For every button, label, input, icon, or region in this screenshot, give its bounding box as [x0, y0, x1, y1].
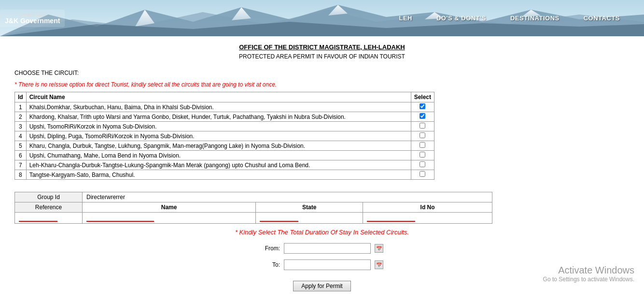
to-input[interactable] [284, 259, 371, 270]
circuit-name: Tangtse-Kargyam-Sato, Barma, Chushul. [26, 170, 411, 180]
table-row: 2Khardong, Khalsar, Trith upto Warsi and… [15, 112, 434, 122]
office-title: OFFICE OF THE DISTRICT MAGISTRATE, LEH-L… [14, 43, 630, 51]
warning-text: * There is no reissue option for direct … [14, 81, 630, 88]
circuit-checkbox[interactable] [420, 123, 425, 129]
circuit-select-cell[interactable] [411, 131, 434, 141]
col-id-no-label: Id No [363, 202, 492, 213]
group-table: Group Id Directerwrerrer Reference Name … [14, 192, 492, 224]
table-row: 4Upshi, Dipling, Puga, TsomoRiRi/Korzok … [15, 131, 434, 141]
col-header-circuit-name: Circuit Name [26, 92, 411, 102]
circuit-checkbox[interactable] [420, 161, 425, 167]
circuit-name: Khalsi,Domkhar, Skurbuchan, Hanu, Baima,… [26, 102, 411, 112]
circuit-checkbox[interactable] [420, 152, 425, 158]
circuit-id: 8 [15, 170, 27, 180]
header-nav: LEH DO'S & DONT'S DESTINATIONS CONTACTS [399, 14, 620, 22]
activate-windows-subtitle: Go to Settings to activate Windows. [543, 276, 634, 283]
from-calendar-icon[interactable]: 📅 [375, 244, 383, 253]
activate-windows-watermark: Activate Windows Go to Settings to activ… [543, 265, 634, 283]
duration-section: * Kindly Select The Total Duration Of St… [14, 229, 630, 291]
circuit-select-cell[interactable] [411, 170, 434, 180]
nav-dos[interactable]: DO'S & DONT'S [436, 14, 486, 22]
logo-main: J&K Government [5, 17, 60, 25]
circuit-select-cell[interactable] [411, 141, 434, 151]
col-header-select: Select [411, 92, 434, 102]
circuit-checkbox[interactable] [420, 113, 425, 119]
table-row: 5Kharu, Changla, Durbuk, Tangtse, Lukhun… [15, 141, 434, 151]
circuit-id: 2 [15, 112, 27, 122]
duration-title: * Kindly Select The Total Duration Of St… [14, 229, 630, 236]
circuit-select-cell[interactable] [411, 112, 434, 122]
main-content: OFFICE OF THE DISTRICT MAGISTRATE, LEH-L… [0, 36, 644, 302]
col-state-label: State [256, 202, 363, 213]
logo: LAHDC LEH J&K Government [0, 10, 65, 27]
reference-label: Reference [15, 202, 83, 213]
circuit-checkbox[interactable] [420, 142, 425, 148]
table-row: 7Leh-Kharu-Changla-Durbuk-Tangtse-Lukung… [15, 160, 434, 170]
circuit-select-cell[interactable] [411, 102, 434, 112]
circuit-name: Upshi, TsomoRiRi/Korzok in Nyoma Sub-Div… [26, 122, 411, 131]
person-name [83, 213, 256, 224]
choose-circuit-label: CHOOSE THE CIRCUIT: [14, 70, 630, 76]
circuit-table: Id Circuit Name Select 1Khalsi,Domkhar, … [14, 92, 434, 180]
nav-destinations[interactable]: DESTINATIONS [510, 14, 560, 22]
activate-windows-title: Activate Windows [543, 265, 634, 276]
from-input[interactable] [284, 243, 371, 254]
person-ref [15, 213, 83, 224]
from-row: From: 📅 [14, 243, 630, 254]
apply-button[interactable]: Apply for Permit [293, 281, 350, 291]
nav-contacts[interactable]: CONTACTS [584, 14, 620, 22]
circuit-id: 6 [15, 151, 27, 160]
circuit-id: 4 [15, 131, 27, 141]
circuit-id: 7 [15, 160, 27, 170]
group-id-label: Group Id [15, 192, 83, 202]
circuit-name: Khardong, Khalsar, Trith upto Warsi and … [26, 112, 411, 122]
circuit-select-cell[interactable] [411, 160, 434, 170]
table-row: 6Upshi, Chumathang, Mahe, Loma Bend in N… [15, 151, 434, 160]
apply-button-container: Apply for Permit [14, 276, 630, 291]
to-row: To: 📅 [14, 259, 630, 270]
circuit-select-cell[interactable] [411, 122, 434, 131]
to-calendar-icon[interactable]: 📅 [375, 260, 383, 269]
circuit-id: 1 [15, 102, 27, 112]
circuit-name: Upshi, Chumathang, Mahe, Loma Bend in Ny… [26, 151, 411, 160]
header: LAHDC LEH J&K Government LEH DO'S & DONT… [0, 0, 644, 36]
person-state [256, 213, 363, 224]
to-label: To: [261, 261, 280, 268]
circuit-id: 5 [15, 141, 27, 151]
table-row: 8Tangtse-Kargyam-Sato, Barma, Chushul. [15, 170, 434, 180]
circuit-checkbox[interactable] [420, 171, 425, 177]
circuit-checkbox[interactable] [420, 132, 425, 138]
circuit-name: Leh-Kharu-Changla-Durbuk-Tangtse-Lukung-… [26, 160, 411, 170]
group-id-value: Directerwrerrer [83, 192, 492, 202]
person-id-no [363, 213, 492, 224]
col-name-label: Name [83, 202, 256, 213]
from-label: From: [261, 245, 280, 252]
circuit-name: Kharu, Changla, Durbuk, Tangtse, Lukhung… [26, 141, 411, 151]
office-subtitle: PROTECTED AREA PERMIT IN FAVOUR OF INDIA… [14, 53, 630, 60]
circuit-checkbox[interactable] [420, 103, 425, 109]
nav-leh[interactable]: LEH [399, 14, 412, 22]
logo-top: LAHDC LEH [20, 12, 45, 17]
circuit-id: 3 [15, 122, 27, 131]
circuit-select-cell[interactable] [411, 151, 434, 160]
table-row: 3Upshi, TsomoRiRi/Korzok in Nyoma Sub-Di… [15, 122, 434, 131]
table-row: 1Khalsi,Domkhar, Skurbuchan, Hanu, Baima… [15, 102, 434, 112]
col-header-id: Id [15, 92, 27, 102]
circuit-name: Upshi, Dipling, Puga, TsomoRiRi/Korzok i… [26, 131, 411, 141]
